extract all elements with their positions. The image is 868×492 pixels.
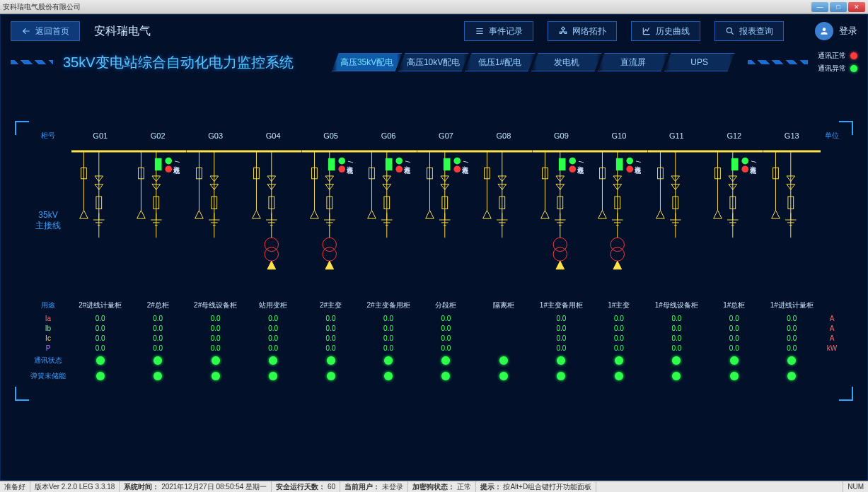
tab-0[interactable]: 高压35kV配电 [332,53,403,71]
top-toolbar: 返回首页 安科瑞电气 事件记录 网络拓扑 历史曲线 报表查询 登录 [1,15,867,47]
use-label-G06: 2#主变备用柜 [359,298,417,313]
feeder-diagram-G01[interactable] [71,144,129,298]
feeder-diagram-G03[interactable] [187,144,244,298]
svg-rect-51 [444,158,451,170]
use-label-G02: 2#总柜 [129,298,186,313]
feeder-diagram-G07[interactable]: 远方/就地 [417,144,475,298]
login-area[interactable]: 登录 [815,22,857,40]
val-ib-G13: 0.0 [763,323,821,333]
svg-point-71 [553,247,567,261]
feeder-diagram-G12[interactable]: 远方/就地 [705,144,763,298]
feeder-diagram-G10[interactable]: 远方/就地 [590,144,647,298]
val-ib-G02: 0.0 [129,323,186,333]
status-dot-green [850,65,857,72]
col-header-G06: G06 [359,128,417,144]
spring-dot-G02 [129,368,186,384]
svg-rect-92 [731,158,739,170]
comm-dot-G10 [590,353,647,368]
val-ic-G11: 0.0 [648,333,705,343]
svg-point-26 [265,247,278,261]
val-ib-G07: 0.0 [417,323,475,333]
history-curve-button[interactable]: 历史曲线 [631,21,700,41]
back-button[interactable]: 返回首页 [11,21,80,41]
comm-dot-G08 [475,353,532,368]
svg-point-93 [741,158,748,165]
svg-point-82 [611,247,624,261]
brand-title: 安科瑞电气 [94,24,151,39]
svg-point-78 [627,165,634,172]
status-ready: 准备好 [0,481,30,492]
val-ia-G11: 0.0 [648,313,705,323]
val-ic-G06: 0.0 [359,333,417,343]
svg-rect-31 [328,158,335,170]
status-numlock: NUM [843,481,868,492]
row-header-p: P [25,343,71,353]
comm-legend: 通讯正常 通讯异常 [818,51,857,74]
window-close-button[interactable]: ✕ [848,2,865,12]
val-ia-G13: 0.0 [763,313,821,323]
spring-dot-G05 [302,368,359,384]
feeder-diagram-G11[interactable] [648,144,705,298]
system-title: 35kV变电站综合自动化电力监控系统 [63,53,294,72]
tab-2[interactable]: 低压1#配电 [465,53,536,71]
val-ia-G05: 0.0 [302,313,359,323]
topology-button[interactable]: 网络拓扑 [548,21,617,41]
unit-ic: A [821,333,843,343]
row-header-use: 用途 [25,298,71,313]
tab-3[interactable]: 发电机 [531,53,602,71]
feeder-diagram-G08[interactable] [475,144,532,298]
svg-text:远方/就地: 远方/就地 [577,161,584,175]
val-p-G04: 0.0 [244,343,301,353]
val-p-G02: 0.0 [129,343,186,353]
comm-dot-G04 [244,353,301,368]
window-maximize-button[interactable]: □ [830,2,847,12]
comm-dot-G09 [533,353,590,368]
svg-point-0 [727,28,731,33]
network-icon [558,26,568,36]
spring-dot-G01 [71,368,129,384]
val-p-G13: 0.0 [763,343,821,353]
val-ib-G04: 0.0 [244,323,301,333]
window-titlebar: 安科瑞电气股份有限公司 — □ ✕ [0,0,868,14]
use-label-G07: 分段柜 [417,298,475,313]
val-ia-G03: 0.0 [187,313,244,323]
feeder-diagram-G04[interactable] [244,144,301,298]
feeder-diagram-G06[interactable]: 远方/就地 [359,144,417,298]
tab-1[interactable]: 高压10kV配电 [398,53,469,71]
val-p-G07: 0.0 [417,343,475,353]
report-button[interactable]: 报表查询 [714,21,784,41]
col-header-G11: G11 [648,128,705,144]
spring-dot-G06 [359,368,417,384]
event-log-button[interactable]: 事件记录 [464,21,533,41]
val-ia-G12: 0.0 [705,313,763,323]
use-label-G01: 2#进线计量柜 [71,298,129,313]
svg-point-33 [338,165,345,172]
avatar-icon [815,22,833,40]
feeder-diagram-G02[interactable]: 远方/就地 [129,144,186,298]
search-icon [725,26,735,36]
comm-dot-G01 [71,353,129,368]
use-label-G11: 1#母线设备柜 [648,298,705,313]
feeder-diagram-G09[interactable]: 远方/就地 [533,144,590,298]
svg-point-37 [323,247,336,261]
col-header-G04: G04 [244,128,301,144]
val-p-G03: 0.0 [187,343,244,353]
val-ib-G08 [475,323,532,333]
val-ic-G10: 0.0 [590,333,647,343]
decor-stripes-right [748,60,808,64]
side-label: 35kV主接线 [25,144,71,298]
val-ib-G09: 0.0 [533,323,590,333]
val-p-G09: 0.0 [533,343,590,353]
val-ic-G09: 0.0 [533,333,590,343]
unit-ib: A [821,323,843,333]
val-ic-G05: 0.0 [302,333,359,343]
window-minimize-button[interactable]: — [811,2,828,12]
tab-bar: 高压35kV配电高压10kV配电低压1#配电发电机直流屏UPS [332,53,731,71]
tab-5[interactable]: UPS [664,53,735,71]
feeder-diagram-G13[interactable] [763,144,821,298]
back-label: 返回首页 [35,25,69,37]
feeder-diagram-G05[interactable]: 远方/就地 [302,144,359,298]
system-header: 35kV变电站综合自动化电力监控系统 高压35kV配电高压10kV配电低压1#配… [1,47,867,77]
tab-4[interactable]: 直流屏 [598,53,669,71]
val-p-G10: 0.0 [590,343,647,353]
